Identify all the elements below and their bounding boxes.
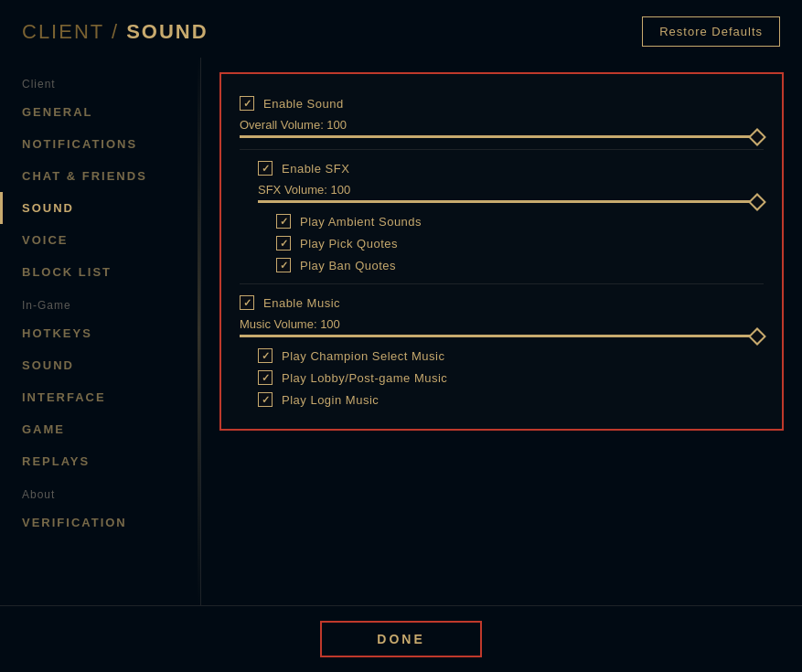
play-ambient-label: Play Ambient Sounds	[300, 215, 422, 229]
enable-sfx-label: Enable SFX	[282, 162, 349, 176]
sfx-volume-slider[interactable]	[258, 200, 764, 203]
sfx-volume-thumb-icon	[747, 192, 767, 212]
sidebar-item-block-list[interactable]: BLOCK LIST	[0, 256, 200, 288]
enable-music-checkbox[interactable]	[240, 295, 254, 310]
sidebar-item-hotkeys[interactable]: HOTKEYS	[0, 317, 200, 349]
sidebar-item-verification[interactable]: VERIFICATION	[0, 507, 200, 539]
play-champion-music-label: Play Champion Select Music	[282, 349, 444, 363]
sidebar-item-replays[interactable]: REPLAYS	[0, 445, 200, 477]
title-prefix: CLIENT /	[22, 20, 126, 43]
sidebar-item-general[interactable]: GENERAL	[0, 96, 200, 128]
play-pick-quotes-checkbox[interactable]	[276, 236, 291, 251]
play-ambient-checkbox[interactable]	[276, 214, 291, 229]
done-button[interactable]: DONE	[320, 621, 481, 657]
play-ban-quotes-checkbox[interactable]	[276, 258, 291, 272]
restore-defaults-button[interactable]: Restore Defaults	[642, 16, 780, 47]
main-layout: Client GENERAL NOTIFICATIONS CHAT & FRIE…	[0, 58, 802, 605]
play-lobby-music-checkbox[interactable]	[258, 370, 273, 385]
play-pick-quotes-label: Play Pick Quotes	[300, 237, 398, 251]
sidebar-item-interface[interactable]: INTERFACE	[0, 381, 200, 413]
enable-sound-checkbox[interactable]	[240, 96, 254, 111]
enable-sound-label: Enable Sound	[263, 97, 344, 111]
play-champion-music-row: Play Champion Select Music	[258, 348, 764, 363]
overall-volume-track	[240, 135, 764, 138]
settings-panel: Enable Sound Overall Volume: 100	[219, 72, 784, 431]
sidebar-item-voice[interactable]: VOICE	[0, 224, 200, 256]
sidebar-item-chat-friends[interactable]: CHAT & FRIENDS	[0, 160, 200, 192]
overall-volume-row: Overall Volume: 100	[240, 118, 764, 132]
content-area: Enable Sound Overall Volume: 100	[201, 58, 802, 605]
sfx-section: Enable SFX SFX Volume: 100	[240, 161, 764, 272]
divider-1	[240, 149, 764, 150]
play-ban-quotes-label: Play Ban Quotes	[300, 259, 396, 272]
divider-2	[240, 283, 764, 284]
enable-sfx-row: Enable SFX	[258, 161, 764, 176]
overall-volume-slider[interactable]	[240, 135, 764, 138]
footer: DONE	[0, 605, 802, 672]
play-login-music-checkbox[interactable]	[258, 392, 273, 407]
ingame-group-label: In-Game	[0, 288, 200, 317]
sfx-volume-track	[258, 200, 764, 203]
music-subsection: Play Champion Select Music Play Lobby/Po…	[240, 348, 764, 407]
enable-music-label: Enable Music	[263, 296, 340, 310]
music-volume-slider[interactable]	[240, 335, 764, 337]
sidebar-item-sound-ig[interactable]: SOUND	[0, 349, 200, 381]
music-volume-thumb-icon	[747, 326, 767, 347]
enable-music-row: Enable Music	[240, 295, 764, 310]
enable-sfx-checkbox[interactable]	[258, 161, 273, 176]
music-volume-row: Music Volume: 100	[240, 317, 764, 331]
sidebar-item-game[interactable]: GAME	[0, 413, 200, 445]
ambient-section: Play Ambient Sounds Play Pick Quotes Pla…	[258, 214, 764, 272]
sfx-volume-fill	[258, 200, 764, 203]
overall-volume-fill	[240, 135, 764, 138]
play-ban-quotes-row: Play Ban Quotes	[276, 258, 764, 272]
overall-volume-thumb-icon	[747, 127, 767, 147]
app-container: CLIENT / SOUND Restore Defaults Client G…	[0, 0, 802, 672]
sidebar-item-notifications[interactable]: NOTIFICATIONS	[0, 128, 200, 160]
play-pick-quotes-row: Play Pick Quotes	[276, 236, 764, 251]
page-title: CLIENT / SOUND	[22, 20, 209, 44]
about-group-label: About	[0, 477, 200, 507]
header: CLIENT / SOUND Restore Defaults	[0, 0, 802, 58]
overall-volume-label: Overall Volume: 100	[240, 118, 358, 132]
sidebar: Client GENERAL NOTIFICATIONS CHAT & FRIE…	[0, 58, 201, 605]
title-main: SOUND	[126, 20, 208, 43]
play-lobby-music-row: Play Lobby/Post-game Music	[258, 370, 764, 385]
sfx-volume-label: SFX Volume: 100	[258, 183, 377, 197]
play-login-music-label: Play Login Music	[282, 393, 379, 407]
play-lobby-music-label: Play Lobby/Post-game Music	[282, 371, 447, 385]
play-login-music-row: Play Login Music	[258, 392, 764, 407]
music-volume-track	[240, 335, 764, 337]
play-champion-music-checkbox[interactable]	[258, 348, 273, 363]
music-volume-fill	[240, 335, 764, 337]
enable-sound-row: Enable Sound	[240, 96, 764, 111]
sfx-volume-row: SFX Volume: 100	[258, 183, 764, 197]
music-volume-label: Music Volume: 100	[240, 317, 358, 331]
sidebar-item-sound[interactable]: SOUND	[0, 192, 200, 224]
client-group-label: Client	[0, 67, 200, 96]
play-ambient-row: Play Ambient Sounds	[276, 214, 764, 229]
